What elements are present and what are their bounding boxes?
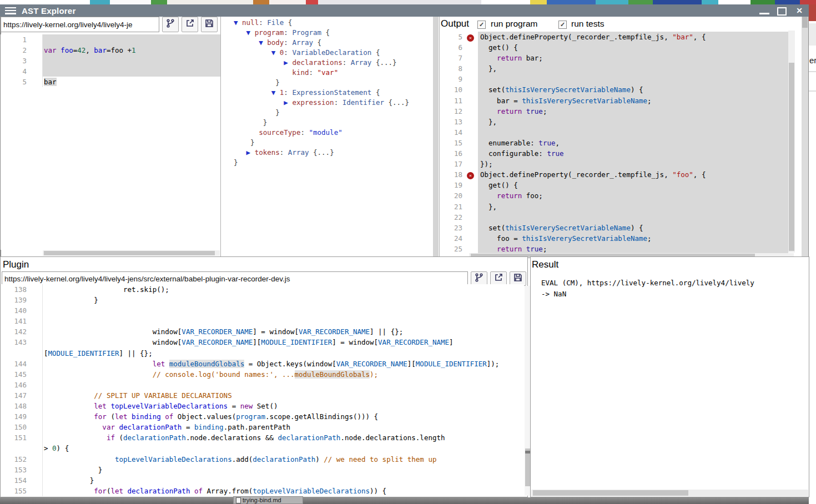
- line-number: 5: [1, 77, 43, 87]
- branch-button[interactable]: [162, 17, 179, 32]
- code-line-text: var declarationPath = binding.path.paren…: [43, 422, 524, 432]
- code-line: 142 window[VAR_RECORDER_NAME] = window[V…: [1, 326, 524, 337]
- code-line-text: topLevelVariableDeclarations.add(declara…: [43, 454, 524, 465]
- code-line-text: [478, 74, 788, 84]
- code-line: 9: [440, 74, 788, 84]
- code-line: 22: [440, 212, 788, 223]
- code-line-text: return bar;: [478, 53, 788, 63]
- output-vscrollbar-thumb[interactable]: [789, 63, 794, 251]
- line-number: 24: [440, 233, 466, 244]
- gutter-marker-cell: [466, 180, 478, 190]
- output-vscrollbar[interactable]: [788, 31, 795, 253]
- code-line: 150 var declarationPath = binding.path.p…: [1, 422, 524, 432]
- source-hscrollbar[interactable]: [43, 250, 220, 256]
- hamburger-menu-icon[interactable]: [5, 7, 16, 14]
- gutter-marker-cell: [466, 117, 478, 127]
- minimize-button[interactable]: [759, 6, 769, 14]
- line-number: 20: [440, 190, 466, 201]
- code-line-text: [43, 305, 524, 316]
- source-url-row: [1, 17, 220, 32]
- bottom-bar: [0, 497, 809, 504]
- run-program-checkbox[interactable]: ✓: [477, 21, 486, 29]
- gutter-marker-cell: ✕: [466, 32, 478, 42]
- open-external-icon: [185, 19, 194, 30]
- code-line-text: }: [234, 78, 439, 88]
- background-window-text: er: [809, 56, 816, 65]
- line-number: 152: [1, 454, 43, 465]
- code-line: kind: "var": [234, 68, 439, 78]
- gutter-marker-cell: [466, 159, 478, 169]
- code-line-text: [43, 56, 220, 66]
- code-line: }: [234, 78, 439, 88]
- code-line-text: [478, 212, 788, 223]
- code-line-text: if (declarationPath.node.declarations &&…: [43, 432, 524, 443]
- code-line-text: [43, 316, 524, 326]
- line-number: 13: [440, 117, 466, 127]
- code-line: ▼ 0: VariableDeclaration {: [234, 48, 439, 58]
- code-line-text: ▶ declarations: Array {...}: [234, 58, 439, 68]
- line-number: 153: [1, 465, 43, 475]
- code-line: ▼ 1: ExpressionStatement {: [234, 88, 439, 98]
- source-hscrollbar-thumb[interactable]: [44, 251, 215, 255]
- branch-icon: [166, 19, 175, 30]
- save-button[interactable]: [201, 17, 218, 32]
- ast-tree-scrollbar[interactable]: [433, 17, 439, 256]
- run-tests-checkbox[interactable]: ✓: [558, 21, 567, 29]
- line-number: 148: [1, 401, 43, 411]
- plugin-editor[interactable]: 138 ret.skip();139 }140141142 window[VAR…: [1, 284, 524, 496]
- gutter-marker-cell: [466, 53, 478, 63]
- code-line-text: });: [478, 159, 788, 169]
- code-line-text: enumerable: true,: [478, 138, 788, 148]
- code-line-text: return foo;: [478, 190, 788, 201]
- line-number: 15: [440, 138, 466, 148]
- code-line-text: ▶ tokens: Array {...}: [234, 148, 439, 158]
- run-program-label[interactable]: run program: [491, 19, 537, 29]
- line-number: 14: [440, 127, 466, 138]
- gutter-marker-cell: [466, 63, 478, 74]
- code-line: 6 get() {: [440, 42, 788, 53]
- line-number: 151: [1, 432, 43, 443]
- line-number: 154: [1, 475, 43, 486]
- maximize-button[interactable]: [777, 7, 787, 16]
- result-hscrollbar-thumb[interactable]: [533, 490, 688, 496]
- open-external-button[interactable]: [182, 17, 198, 32]
- gutter-marker-cell: [466, 95, 478, 106]
- result-hscrollbar[interactable]: [531, 490, 808, 496]
- gutter-marker-cell: [466, 148, 478, 159]
- code-line: }: [234, 118, 439, 128]
- line-number: 23: [440, 223, 466, 233]
- code-line: 152 topLevelVariableDeclarations.add(dec…: [1, 454, 524, 465]
- run-tests-label[interactable]: run tests: [571, 19, 604, 29]
- source-editor[interactable]: 12var foo=42, bar=foo +1345bar: [1, 34, 220, 250]
- code-line-text: bar: [43, 77, 220, 87]
- code-line-text: ret.skip();: [43, 284, 524, 295]
- close-button[interactable]: ✕: [794, 6, 804, 16]
- code-line: 154 }: [1, 475, 524, 486]
- bottom-tab-trying-bind[interactable]: trying-bind.md: [233, 496, 303, 504]
- window-vscrollbar-thumb[interactable]: [802, 17, 808, 28]
- line-number: 1: [1, 34, 43, 45]
- code-line: ▼ null: File {: [234, 18, 439, 28]
- code-line: 8 },: [440, 63, 788, 74]
- code-line: 145 // console.log('bound names:', ...mo…: [1, 369, 524, 380]
- code-line: sourceType: "module": [234, 128, 439, 138]
- code-line-text: [43, 34, 220, 45]
- line-number: 138: [1, 284, 43, 295]
- line-number: 141: [1, 316, 43, 326]
- ast-tree-view[interactable]: ▼ null: File { ▼ program: Program { ▼ bo…: [226, 18, 439, 255]
- code-line-text: var foo=42, bar=foo +1: [43, 45, 220, 56]
- code-line-text: bar = thisIsVererySecretVariableName;: [478, 95, 788, 106]
- line-number: 17: [440, 159, 466, 169]
- source-url-input[interactable]: [1, 17, 159, 32]
- code-line-text: for (let binding of Object.values(progra…: [43, 411, 524, 422]
- line-number: 9: [440, 74, 466, 84]
- desktop-wallpaper-strip: [0, 0, 816, 4]
- code-line: 3: [1, 56, 220, 66]
- code-line: 19 get() {: [440, 180, 788, 190]
- code-line-text: }: [43, 295, 524, 305]
- code-line: 138 ret.skip();: [1, 284, 524, 295]
- code-line: EVAL (CM), https://lively-kernel.org/liv…: [541, 278, 802, 289]
- output-editor[interactable]: 5✕Object.defineProperty(_recorder_.tempf…: [440, 32, 788, 259]
- code-line: 151 if (declarationPath.node.declaration…: [1, 432, 524, 443]
- line-number: 143: [1, 337, 43, 347]
